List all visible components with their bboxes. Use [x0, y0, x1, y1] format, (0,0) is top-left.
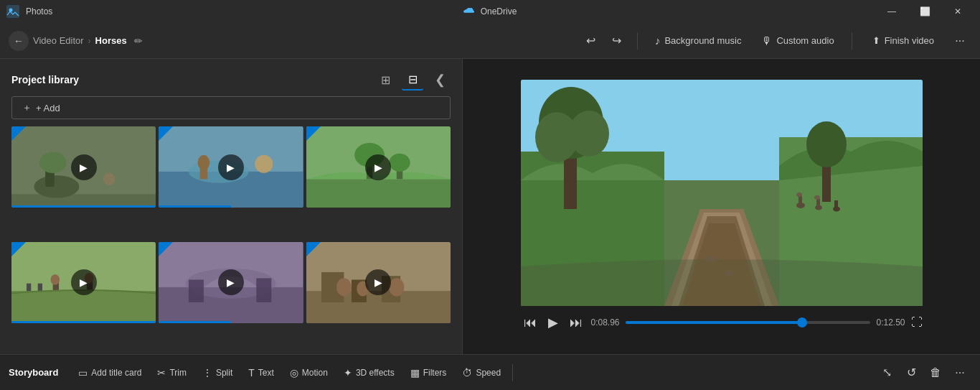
audio-icon: 🎙 — [761, 34, 772, 47]
progress-thumb[interactable] — [797, 317, 807, 328]
text-icon: T — [248, 367, 255, 379]
play-overlay-1: ▶ — [11, 126, 156, 208]
media-progress-2 — [159, 205, 231, 208]
fullscreen-button[interactable]: ⛶ — [911, 316, 923, 329]
media-progress-5 — [159, 321, 231, 323]
filters-label: Filters — [423, 368, 447, 378]
custom-audio-label: Custom audio — [776, 35, 834, 46]
more-icon: ··· — [955, 366, 964, 379]
minimize-button[interactable]: — — [875, 0, 908, 23]
split-button[interactable]: ⋮ Split — [195, 363, 240, 382]
media-progress-1 — [11, 205, 156, 208]
back-icon: ← — [14, 35, 24, 47]
video-player-panel: ⏮ ▶ ⏭ 0:08.96 0:12.50 ⛶ — [463, 59, 980, 354]
view-grid-button[interactable]: ⊞ — [374, 69, 396, 90]
loop-button[interactable]: ↺ — [900, 361, 923, 384]
play-overlay-5: ▶ — [159, 242, 303, 323]
svg-point-56 — [814, 195, 820, 200]
edit-title-icon[interactable]: ✏ — [134, 35, 143, 47]
fullscreen-icon: ⛶ — [911, 316, 923, 328]
titlebar: Photos OneDrive — ⬜ ✕ — [0, 0, 980, 23]
svg-point-59 — [705, 256, 717, 262]
video-container: ⏮ ▶ ⏭ 0:08.96 0:12.50 ⛶ — [521, 80, 923, 333]
svg-point-53 — [796, 192, 802, 197]
view-list-button[interactable]: ⊟ — [402, 69, 423, 90]
grid-icon: ⊞ — [381, 73, 390, 87]
storyboard-more-button[interactable]: ··· — [948, 361, 971, 384]
speed-button[interactable]: ⏱ Speed — [455, 363, 508, 382]
close-button[interactable]: ✕ — [941, 0, 974, 23]
add-media-button[interactable]: ＋ + Add — [11, 96, 451, 119]
background-music-label: Background music — [664, 35, 741, 46]
play-button-3[interactable]: ▶ — [365, 154, 391, 180]
add-title-card-label: Add title card — [91, 368, 141, 378]
redo-button[interactable]: ↪ — [606, 29, 628, 52]
media-item[interactable]: ▶ — [11, 242, 156, 323]
add-label: + Add — [36, 103, 60, 113]
finish-video-button[interactable]: ⬆ Finish video — [861, 31, 946, 50]
panel-title: Project library — [11, 74, 79, 85]
music-icon: ♪ — [655, 34, 661, 47]
rewind-button[interactable]: ⏮ — [521, 312, 540, 333]
media-item[interactable]: ▶ — [306, 126, 451, 208]
play-overlay-6: ▶ — [306, 242, 451, 323]
play-button-5[interactable]: ▶ — [218, 269, 244, 295]
back-button[interactable]: ← — [9, 31, 29, 51]
background-music-button[interactable]: ♪ Background music — [646, 30, 750, 51]
motion-button[interactable]: ◎ Motion — [283, 363, 335, 382]
plus-icon: ＋ — [22, 101, 32, 114]
custom-audio-button[interactable]: 🎙 Custom audio — [753, 30, 842, 51]
add-title-card-button[interactable]: ▭ Add title card — [71, 363, 149, 382]
share-icon: ⬆ — [872, 35, 880, 46]
text-label: Text — [258, 368, 274, 378]
undo-button[interactable]: ↩ — [580, 29, 603, 52]
delete-button[interactable]: 🗑 — [924, 361, 947, 384]
delete-icon: 🗑 — [930, 366, 941, 379]
media-item[interactable]: ▶ — [159, 242, 303, 323]
breadcrumb-separator: › — [88, 36, 91, 46]
split-icon: ⋮ — [202, 367, 212, 379]
play-button-6[interactable]: ▶ — [365, 269, 391, 295]
breadcrumb-parent[interactable]: Video Editor — [33, 35, 84, 46]
storyboard-separator — [512, 364, 513, 381]
total-time: 0:12.50 — [876, 317, 905, 328]
toolbar-separator-1 — [637, 32, 638, 50]
trim-button[interactable]: ✂ Trim — [150, 363, 194, 382]
motion-label: Motion — [302, 368, 328, 378]
play-button-2[interactable]: ▶ — [218, 154, 244, 180]
media-item[interactable]: ▶ — [11, 126, 156, 208]
video-screen — [521, 80, 923, 306]
onedrive-icon — [463, 6, 475, 17]
svg-point-48 — [569, 111, 609, 157]
3d-effects-button[interactable]: ✦ 3D effects — [336, 363, 402, 382]
resize-button[interactable]: ⤡ — [875, 361, 898, 384]
filters-button[interactable]: ▦ Filters — [403, 363, 454, 382]
filters-icon: ▦ — [410, 367, 420, 379]
collapse-panel-button[interactable]: ❮ — [429, 69, 451, 90]
media-item[interactable]: ▶ — [306, 242, 451, 323]
media-progress-4 — [11, 321, 156, 323]
svg-rect-55 — [816, 199, 820, 208]
list-icon: ⊟ — [408, 73, 418, 86]
chevron-left-icon: ❮ — [435, 72, 446, 88]
media-item[interactable]: ▶ — [159, 126, 303, 208]
play-button-1[interactable]: ▶ — [71, 154, 97, 180]
photos-icon — [6, 4, 20, 19]
svg-rect-52 — [798, 196, 802, 205]
trim-icon: ✂ — [157, 367, 166, 379]
onedrive-label: OneDrive — [481, 6, 517, 17]
current-time: 0:08.96 — [591, 317, 620, 328]
app-title: Photos — [26, 6, 52, 17]
play-pause-button[interactable]: ▶ — [545, 312, 561, 333]
forward-button[interactable]: ⏭ — [567, 312, 585, 333]
text-button[interactable]: T Text — [241, 363, 281, 382]
trim-label: Trim — [169, 368, 187, 378]
split-label: Split — [216, 368, 232, 378]
progress-bar[interactable] — [626, 321, 871, 324]
maximize-button[interactable]: ⬜ — [908, 0, 941, 23]
breadcrumb-current: Horses — [95, 35, 127, 46]
more-options-button[interactable]: ··· — [948, 29, 971, 52]
play-button-4[interactable]: ▶ — [71, 269, 97, 295]
rewind-icon: ⏮ — [524, 315, 537, 330]
onedrive-area: OneDrive — [463, 6, 517, 17]
